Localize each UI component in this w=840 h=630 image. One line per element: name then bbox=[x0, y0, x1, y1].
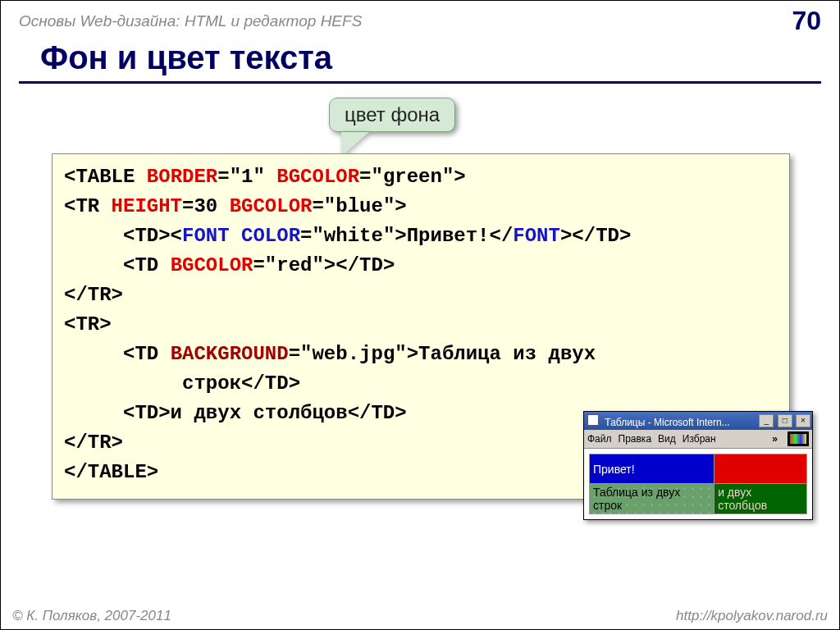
menu-more-icon[interactable]: » bbox=[772, 433, 778, 445]
table-row: Таблица из двух строк и двух столбцов bbox=[590, 484, 807, 514]
footer-url: http://kpolyakov.narod.ru bbox=[676, 608, 828, 624]
table-row: Привет! bbox=[590, 454, 807, 484]
cell-red bbox=[714, 454, 807, 484]
menu-edit[interactable]: Правка bbox=[619, 433, 652, 445]
ie-throbber-icon bbox=[788, 431, 809, 446]
slide-title: Фон и цвет текста bbox=[1, 39, 839, 81]
close-button[interactable]: × bbox=[796, 414, 810, 427]
ie-icon bbox=[587, 414, 599, 426]
callout-bgcolor: цвет фона bbox=[329, 98, 455, 132]
title-rule bbox=[19, 81, 821, 84]
slide-footer: © К. Поляков, 2007-2011 http://kpolyakov… bbox=[1, 608, 839, 624]
slide-header: Основы Web-дизайна: HTML и редактор HEFS… bbox=[1, 1, 839, 39]
cell-background: Таблица из двух строк bbox=[590, 484, 714, 514]
window-buttons: _ □ × bbox=[758, 414, 810, 427]
window-title: Таблицы - Microsoft Intern... bbox=[605, 417, 729, 428]
minimize-button[interactable]: _ bbox=[759, 414, 774, 427]
menu-view[interactable]: Вид bbox=[658, 433, 676, 445]
rendered-table: Привет! Таблица из двух строк и двух сто… bbox=[589, 454, 807, 514]
slide: Основы Web-дизайна: HTML и редактор HEFS… bbox=[0, 0, 840, 630]
cell-green: и двух столбцов bbox=[714, 484, 807, 514]
browser-window: Таблицы - Microsoft Intern... _ □ × Файл… bbox=[583, 411, 813, 520]
window-title-wrap: Таблицы - Microsoft Intern... bbox=[587, 414, 730, 428]
course-subject: Основы Web-дизайна: HTML и редактор HEFS bbox=[19, 12, 362, 30]
browser-menubar: Файл Правка Вид Избран » bbox=[584, 430, 812, 449]
window-titlebar: Таблицы - Microsoft Intern... _ □ × bbox=[584, 412, 812, 430]
maximize-button[interactable]: □ bbox=[778, 414, 792, 427]
page-number: 70 bbox=[792, 6, 821, 36]
browser-viewport: Привет! Таблица из двух строк и двух сто… bbox=[584, 449, 812, 519]
copyright: © К. Поляков, 2007-2011 bbox=[12, 608, 171, 624]
menu-file[interactable]: Файл bbox=[587, 433, 612, 445]
cell-blue: Привет! bbox=[590, 454, 714, 484]
menu-fav[interactable]: Избран bbox=[682, 433, 716, 445]
